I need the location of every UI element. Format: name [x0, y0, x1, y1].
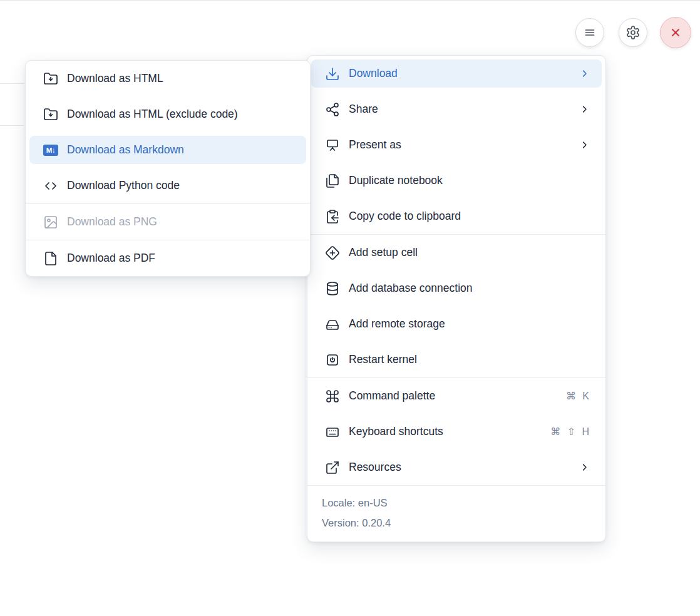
menu-item-label: Resources — [349, 461, 571, 474]
menu-item-present-as[interactable]: Present as — [311, 131, 602, 159]
command-icon — [325, 389, 340, 404]
background-divider — [0, 125, 24, 126]
menu-item-share[interactable]: Share — [311, 95, 602, 123]
menu-item-download-as-html[interactable]: Download as HTML — [29, 64, 306, 93]
chevron-right-icon — [580, 463, 589, 472]
close-icon — [668, 25, 683, 40]
menu-item-label: Download as Markdown — [67, 143, 294, 157]
chevron-right-icon — [580, 69, 589, 78]
keyboard-shortcut: ⌘ K — [566, 390, 589, 402]
menu-item-label: Download as PDF — [67, 252, 294, 265]
menu-section: Command palette ⌘ K Keyboard shortcuts ⌘… — [307, 377, 605, 485]
database-icon — [325, 281, 340, 296]
power-square-icon — [325, 352, 340, 367]
menu-item-label: Present as — [349, 138, 571, 151]
settings-button[interactable] — [619, 18, 647, 47]
menu-item-label: Add database connection — [349, 282, 589, 295]
hamburger-icon — [582, 25, 597, 40]
chevron-right-icon — [580, 140, 589, 150]
close-button[interactable] — [660, 17, 691, 48]
menu-item-label: Download as HTML — [67, 72, 294, 85]
share-icon — [325, 102, 340, 117]
gear-icon — [625, 25, 641, 40]
submenu-section: Download as HTML Download as HTML (exclu… — [26, 61, 310, 203]
menu-item-keyboard-shortcuts[interactable]: Keyboard shortcuts ⌘ ⇧ H — [311, 418, 602, 446]
menu-item-label: Download as HTML (exclude code) — [67, 108, 294, 121]
menu-item-copy-code[interactable]: Copy code to clipboard — [311, 202, 602, 230]
menu-item-download-as-png[interactable]: Download as PNG — [29, 208, 306, 236]
folder-down-icon — [43, 71, 58, 86]
keyboard-icon — [325, 424, 340, 439]
menu-item-label: Download — [349, 67, 571, 80]
menu-item-download-as-markdown[interactable]: M↓ Download as Markdown — [29, 136, 306, 164]
download-icon — [325, 66, 340, 81]
menu-item-add-remote-storage[interactable]: Add remote storage — [311, 310, 602, 338]
top-border — [0, 0, 700, 1]
external-link-icon — [325, 460, 340, 475]
markdown-badge-icon: M↓ — [43, 143, 58, 158]
menu-item-label: Share — [349, 103, 571, 116]
diamond-plus-icon — [325, 245, 340, 260]
menu-item-download[interactable]: Download — [311, 59, 602, 88]
presentation-icon — [325, 138, 340, 153]
version-text: Version: 0.20.4 — [322, 513, 591, 533]
menu-section: Download Share Present as Duplicate note… — [307, 56, 605, 234]
files-icon — [325, 173, 340, 188]
download-submenu: Download as HTML Download as HTML (exclu… — [25, 60, 311, 277]
menu-item-add-database-connection[interactable]: Add database connection — [311, 274, 602, 302]
menu-item-label: Download as PNG — [67, 215, 294, 228]
menu-item-add-setup-cell[interactable]: Add setup cell — [311, 239, 602, 267]
menu-item-label: Duplicate notebook — [349, 174, 589, 187]
menu-item-download-as-pdf[interactable]: Download as PDF — [29, 244, 306, 272]
image-icon — [43, 215, 58, 230]
menu-item-label: Copy code to clipboard — [349, 210, 589, 223]
code-icon — [43, 178, 58, 193]
submenu-section: Download as PDF — [26, 240, 310, 276]
keyboard-shortcut: ⌘ ⇧ H — [550, 426, 589, 438]
menu-item-download-python-code[interactable]: Download Python code — [29, 172, 306, 200]
chevron-right-icon — [580, 105, 589, 114]
hamburger-menu-button[interactable] — [575, 18, 604, 47]
menu-item-restart-kernel[interactable]: Restart kernel — [311, 346, 602, 374]
hard-drive-icon — [325, 317, 340, 332]
menu-item-label: Restart kernel — [349, 353, 589, 366]
menu-section: Add setup cell Add database connection A… — [307, 234, 605, 377]
menu-footer: Locale: en-US Version: 0.20.4 — [307, 485, 605, 542]
background-divider — [0, 83, 24, 84]
menu-item-label: Add remote storage — [349, 317, 589, 331]
menu-item-duplicate-notebook[interactable]: Duplicate notebook — [311, 167, 602, 195]
menu-item-resources[interactable]: Resources — [311, 453, 602, 481]
menu-item-label: Keyboard shortcuts — [349, 425, 542, 438]
menu-item-label: Download Python code — [67, 179, 294, 192]
file-icon — [43, 251, 58, 266]
clipboard-copy-icon — [325, 209, 340, 224]
folder-down-icon — [43, 107, 58, 122]
menu-item-command-palette[interactable]: Command palette ⌘ K — [311, 382, 602, 410]
menu-item-download-as-html-exclude-code[interactable]: Download as HTML (exclude code) — [29, 100, 306, 128]
menu-item-label: Add setup cell — [349, 246, 589, 259]
notebook-actions-menu: Download Share Present as Duplicate note… — [307, 55, 606, 542]
menu-item-label: Command palette — [349, 389, 557, 403]
submenu-section: Download as PNG — [26, 203, 310, 240]
locale-text: Locale: en-US — [322, 493, 591, 513]
